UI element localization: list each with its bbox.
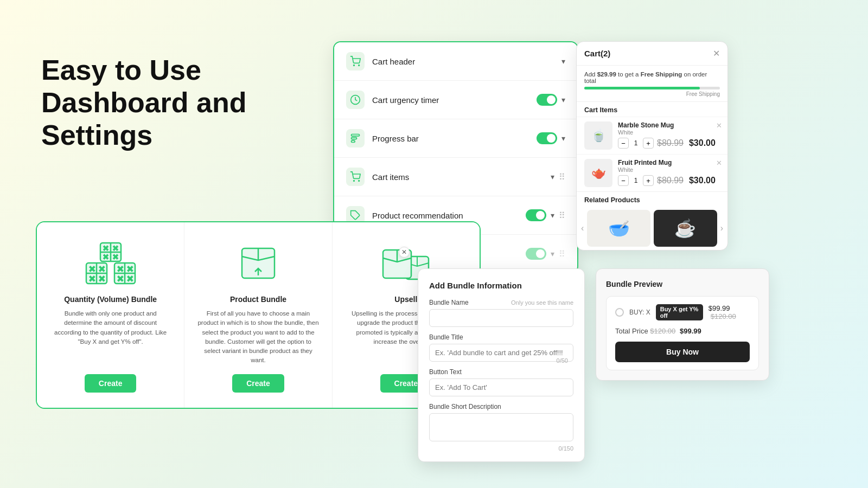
qty-bundle-create-btn[interactable]: Create [85, 374, 137, 393]
product-rec-chevron[interactable]: ▾ [551, 211, 554, 220]
product-bundle-icon [228, 239, 288, 287]
total-label: Total Price [615, 327, 648, 335]
bundle-title-input-wrapper: 0/50 [429, 344, 573, 368]
cart-item-2: 🫖 Fruit Printed Mug White − 1 + $80.99 $… [577, 154, 727, 191]
cart-item-1-name: Marble Stone Mug [618, 121, 720, 129]
shipping-progress-fill [584, 87, 700, 89]
product-bundle-create-btn[interactable]: Create [232, 374, 284, 393]
cart-close-btn[interactable]: ✕ [713, 48, 720, 59]
progress-controls: ▾ [537, 132, 565, 144]
dashboard-row-urgency: Cart urgency timer ▾ [334, 81, 577, 119]
progress-toggle[interactable] [537, 132, 557, 144]
product-bundle-card: Product Bundle First of all you have to … [184, 222, 332, 408]
bundle-desc-input-wrapper: 0/150 [429, 413, 573, 452]
urgency-chevron[interactable]: ▾ [561, 95, 565, 104]
bundle-preview-radio[interactable] [615, 308, 624, 317]
bundle-desc-label-row: Bundle Short Description [429, 403, 573, 410]
bundle-title-char-count: 0/50 [557, 357, 568, 364]
bundle-preview-card: BUY: X Buy X get Y% off $99.99 $120.00 T… [606, 296, 759, 370]
cart-panel-title: Cart(2) [584, 49, 610, 58]
svg-point-1 [359, 65, 360, 66]
svg-text:✕: ✕ [117, 274, 124, 283]
bundle-name-label-row: Bundle Name Only you see this name [429, 299, 573, 306]
progress-chevron[interactable]: ▾ [561, 134, 565, 143]
cart-item-2-details: Fruit Printed Mug White − 1 + $80.99 $30… [618, 159, 720, 186]
cart-item-2-img: 🫖 [584, 159, 612, 187]
related-product-1-img: 🥣 [587, 210, 650, 247]
urgency-icon [346, 91, 365, 109]
cart-items-icon [346, 168, 365, 186]
related-prev[interactable]: ‹ [581, 223, 584, 233]
cart-preview-panel: Cart(2) ✕ Add $29.99 to get a Free Shipp… [576, 41, 728, 251]
svg-rect-4 [352, 137, 357, 139]
button-text-input[interactable] [429, 378, 573, 396]
shipping-text: Add $29.99 to get a Free Shipping on ord… [584, 71, 720, 84]
deal-price-new: $99.99 [709, 304, 730, 312]
deal-price-old: $120.00 [711, 312, 736, 320]
button-text-label-row: Button Text [429, 368, 573, 376]
cart-item-2-remove[interactable]: ✕ [716, 159, 722, 167]
bundle-desc-label: Bundle Short Description [429, 403, 501, 410]
bundle-title-input[interactable] [429, 344, 573, 362]
cart-header-chevron[interactable]: ▾ [561, 57, 565, 66]
related-product-2-img: ☕ [654, 210, 717, 247]
bundle-preview-row: BUY: X Buy X get Y% off $99.99 $120.00 [615, 304, 750, 320]
qty-bundle-icon: ✕ ✕ ✕ ✕ ✕ ✕ ✕ ✕ ✕ ✕ [81, 239, 141, 287]
cart-item-1-new-price: $30.00 [689, 138, 716, 148]
deal-badge: Buy X get Y% off [656, 304, 703, 320]
product-rec-controls: ▾ ⠿ [526, 209, 565, 221]
qty-bundle-title: Quantity (Volume) Bundle [64, 295, 157, 304]
dashboard-row-progress: Progress bar ▾ [334, 119, 577, 158]
bundle-title-label-row: Bundle Title [429, 333, 573, 341]
hero-title: Easy to Use Dashboard and Settings [41, 54, 269, 151]
cart-item-1-variant: White [618, 129, 720, 136]
cart-item-2-qty-minus[interactable]: − [618, 175, 629, 186]
dashboard-row-cart-header: Cart header ▾ [334, 42, 577, 81]
qty-bundle-desc: Bundle with only one product and determi… [50, 309, 171, 365]
preview-total-row: Total Price $120.00 $99.99 [615, 327, 750, 335]
modal-title: Add Bundle Information [429, 281, 573, 290]
product-rec-drag[interactable]: ⠿ [559, 210, 565, 221]
cart-shipping-bar: Add $29.99 to get a Free Shipping on ord… [577, 66, 727, 102]
button-text-label: Button Text [429, 368, 462, 376]
qty-bundle-card: ✕ ✕ ✕ ✕ ✕ ✕ ✕ ✕ ✕ ✕ [37, 222, 184, 408]
bundle-preview-title: Bundle Preview [606, 280, 759, 288]
bundle-cards-container: ✕ ✕ ✕ ✕ ✕ ✕ ✕ ✕ ✕ ✕ [36, 221, 481, 409]
svg-rect-3 [352, 134, 360, 136]
svg-text:✕: ✕ [127, 265, 133, 273]
add-bundle-modal: Add Bundle Information Bundle Name Only … [418, 268, 585, 462]
product-bundle-desc: First of all you have to choose a main p… [197, 309, 318, 365]
bundle-desc-textarea[interactable] [429, 413, 573, 441]
cart-item-2-name: Fruit Printed Mug [618, 159, 720, 166]
dashboard-row-cart-items: Cart items ▾ ⠿ [334, 158, 577, 196]
cart-item-2-old-price: $80.99 [657, 176, 684, 185]
cart-item-1-img: 🍵 [584, 121, 612, 150]
upsell-popup-close[interactable]: ✕ [399, 247, 410, 258]
hero-section: Easy to Use Dashboard and Settings [41, 54, 269, 151]
cart-item-1-qty: − 1 + $80.99 $30.00 [618, 138, 720, 149]
urgency-toggle[interactable] [537, 94, 557, 106]
product-rec-toggle[interactable] [526, 209, 546, 221]
bundle-name-input[interactable] [429, 309, 573, 327]
deal-price: $99.99 $120.00 [709, 304, 750, 320]
cart-items-controls: ▾ ⠿ [551, 172, 565, 182]
cart-item-1-qty-plus[interactable]: + [643, 138, 654, 149]
svg-text:✕: ✕ [89, 265, 95, 273]
cart-items-drag[interactable]: ⠿ [559, 172, 565, 182]
cart-item-1-qty-minus[interactable]: − [618, 138, 629, 149]
svg-text:✕: ✕ [89, 274, 95, 283]
cart-header-icon [346, 52, 365, 70]
buy-now-button[interactable]: Buy Now [615, 342, 750, 362]
cart-items-chevron[interactable]: ▾ [551, 172, 554, 181]
related-next[interactable]: › [720, 223, 723, 233]
related-products-row: ‹ 🥣 ☕ › [577, 207, 727, 250]
cart-item-1-remove[interactable]: ✕ [716, 121, 722, 130]
bundle-preview-panel: Bundle Preview BUY: X Buy X get Y% off $… [596, 268, 769, 381]
progress-label: Progress bar [372, 134, 529, 143]
cart-items-section-title: Cart Items [577, 102, 727, 117]
cart-item-2-qty-plus[interactable]: + [643, 175, 654, 186]
cart-header-controls: ▾ [561, 57, 565, 66]
svg-text:✕: ✕ [103, 245, 108, 252]
svg-text:✕: ✕ [99, 274, 105, 283]
extra1-toggle[interactable] [526, 248, 546, 260]
